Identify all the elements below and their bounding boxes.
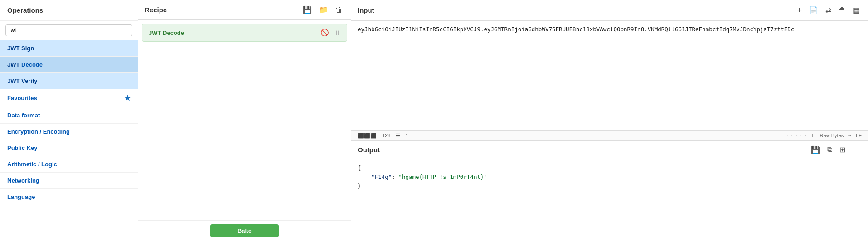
char-count-icon: ⬛⬛⬛	[358, 133, 377, 139]
divider: · · · · ·	[786, 133, 807, 138]
recipe-disable-icon[interactable]: 🚫	[320, 29, 329, 37]
sidebar-item-favourites[interactable]: Favourites ★	[0, 89, 138, 107]
favourites-label: Favourites	[7, 95, 37, 101]
input-text-area[interactable]: eyJhbGciOiJIUzI1NiIsInR5cCI6IkpXVCJ9.eyJ…	[351, 21, 868, 131]
recipe-jwt-decode-item[interactable]: JWT Decode 🚫 ⏸	[142, 24, 347, 42]
input-grid-button[interactable]: ▦	[851, 5, 862, 15]
stats-right: · · · · · Tт Raw Bytes ↔ LF	[786, 133, 862, 138]
recipe-item-label: JWT Decode	[149, 29, 184, 36]
input-add-button[interactable]: +	[795, 5, 804, 16]
recipe-trash-button[interactable]: 🗑	[334, 5, 344, 15]
output-copy-button[interactable]: ⧉	[825, 145, 834, 154]
recipe-header-icons: 💾 📁 🗑	[301, 5, 344, 15]
recipe-save-button[interactable]: 💾	[301, 5, 314, 15]
input-stats-bar: ⬛⬛⬛ 128 ☰ 1 · · · · · Tт Raw Bytes ↔ LF	[351, 131, 868, 141]
line-count-icon: ☰	[396, 133, 400, 139]
sidebar-item-jwt-verify[interactable]: JWT Verify	[0, 73, 138, 89]
recipe-folder-button[interactable]: 📁	[317, 5, 330, 15]
output-brace-open: {	[358, 164, 361, 171]
input-header: Input + 📄 ⇄ 🗑 ▦	[351, 0, 868, 21]
operations-header: Operations	[0, 0, 138, 21]
sidebar-item-language[interactable]: Language	[0, 189, 138, 205]
input-trash-button[interactable]: 🗑	[837, 5, 848, 15]
bake-section: Bake	[138, 220, 351, 241]
right-panel: Input + 📄 ⇄ 🗑 ▦ eyJhbGciOiJIUzI1NiIsInR5…	[351, 0, 868, 241]
search-row	[0, 21, 138, 40]
recipe-item-controls: 🚫 ⏸	[320, 29, 340, 37]
stats-left: ⬛⬛⬛ 128 ☰ 1	[358, 133, 408, 139]
sidebar-item-networking[interactable]: Networking	[0, 173, 138, 189]
lf-label[interactable]: LF	[856, 133, 862, 138]
input-value: eyJhbGciOiJIUzI1NiIsInR5cCI6IkpXVCJ9.eyJ…	[358, 26, 794, 33]
format-label: Tт	[811, 133, 816, 138]
swap-arrow: ↔	[847, 133, 852, 138]
raw-bytes-label[interactable]: Raw Bytes	[820, 133, 844, 138]
line-count: 1	[406, 133, 408, 138]
output-title: Output	[358, 146, 380, 154]
output-text-area: { "F14g": "hgame{HTTP_!s_1mP0rT4nt}" }	[351, 159, 868, 241]
bake-button[interactable]: Bake	[210, 224, 279, 237]
middle-panel: Recipe 💾 📁 🗑 JWT Decode 🚫 ⏸ Bake	[138, 0, 351, 241]
sidebar-item-public-key[interactable]: Public Key	[0, 140, 138, 156]
sidebar-item-data-format[interactable]: Data format	[0, 107, 138, 124]
output-save-button[interactable]: 💾	[809, 145, 822, 155]
recipe-header: Recipe 💾 📁 🗑	[138, 0, 351, 20]
output-fullscreen-button[interactable]: ⛶	[851, 145, 862, 154]
input-file-button[interactable]: 📄	[807, 5, 820, 15]
output-brace-close: }	[358, 183, 361, 189]
left-panel: Operations JWT Sign JWT Decode JWT Verif…	[0, 0, 138, 241]
output-section: Output 💾 ⧉ ⊞ ⛶ { "F14g": "hgame{HTTP_!s_…	[351, 141, 868, 241]
recipe-title: Recipe	[145, 6, 167, 14]
input-header-icons: + 📄 ⇄ 🗑 ▦	[795, 5, 862, 16]
sidebar-item-jwt-decode[interactable]: JWT Decode	[0, 57, 138, 73]
output-json-key: "F14g"	[371, 174, 392, 180]
sidebar-item-encryption-encoding[interactable]: Encryption / Encoding	[0, 124, 138, 140]
output-json-value: "hgame{HTTP_!s_1mP0rT4nt}"	[398, 174, 487, 180]
char-count: 128	[382, 133, 390, 138]
output-header: Output 💾 ⧉ ⊞ ⛶	[351, 141, 868, 159]
recipe-pause-icon[interactable]: ⏸	[334, 29, 340, 37]
input-swap-button[interactable]: ⇄	[824, 5, 833, 15]
star-icon: ★	[124, 94, 131, 102]
sidebar-item-jwt-sign[interactable]: JWT Sign	[0, 40, 138, 57]
sidebar-item-arithmetic-logic[interactable]: Arithmetic / Logic	[0, 156, 138, 173]
search-input[interactable]	[5, 24, 132, 36]
output-expand-button[interactable]: ⊞	[838, 145, 847, 155]
input-title: Input	[358, 6, 374, 14]
output-header-icons: 💾 ⧉ ⊞ ⛶	[809, 145, 862, 155]
